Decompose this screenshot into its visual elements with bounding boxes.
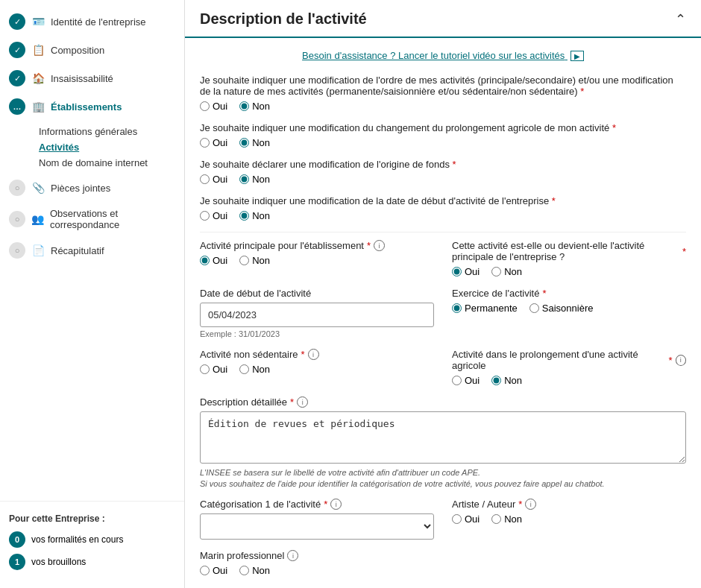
activite-principale-entreprise-oui[interactable]: Oui: [452, 266, 480, 277]
question-2-label: Je souhaite indiquer une modification du…: [200, 122, 686, 133]
marin-professionnel-section: Marin professionnel i Oui Non: [200, 550, 686, 576]
question-4-label: Je souhaite indiquer une modification de…: [200, 195, 686, 206]
exercice-saisonniere[interactable]: Saisonnière: [529, 303, 594, 314]
question-1: Je souhaite indiquer une modification de…: [200, 75, 686, 112]
marin-professionnel-info-icon[interactable]: i: [287, 550, 298, 561]
question-3-oui-radio[interactable]: [200, 174, 210, 184]
question-3-radio-group: Oui Non: [200, 174, 686, 185]
sidebar-sub-infos-generales[interactable]: Informations générales: [39, 124, 175, 139]
question-4-radio-group: Oui Non: [200, 210, 686, 221]
prolongement-agricole-info-icon[interactable]: i: [676, 355, 686, 366]
question-2-oui-radio[interactable]: [200, 138, 210, 148]
question-3-oui[interactable]: Oui: [200, 174, 227, 185]
sidebar-item-identite[interactable]: ✓ 🪪 Identité de l'entreprise: [0, 7, 184, 36]
question-4-oui[interactable]: Oui: [200, 210, 227, 221]
question-4-non[interactable]: Non: [239, 210, 270, 221]
help-link-text: Besoin d'assistance ? Lancer le tutoriel…: [302, 50, 565, 61]
question-3-non-radio[interactable]: [239, 174, 249, 184]
activite-non-sedentaire-oui[interactable]: Oui: [200, 364, 227, 375]
activite-principale-non[interactable]: Non: [239, 255, 270, 266]
prolongement-agricole-non-radio[interactable]: [491, 376, 501, 385]
question-4-oui-radio[interactable]: [200, 211, 210, 221]
activite-non-sedentaire-non[interactable]: Non: [239, 364, 270, 375]
question-2-non[interactable]: Non: [239, 137, 270, 148]
activite-principale-entreprise-non-radio[interactable]: [491, 267, 501, 276]
sidebar-item-pieces-jointes[interactable]: ○ 📎 Pièces jointes: [0, 174, 184, 202]
activite-principale-info-icon[interactable]: i: [374, 240, 385, 251]
marin-professionnel-non-radio[interactable]: [239, 566, 249, 575]
question-3-non[interactable]: Non: [239, 174, 270, 185]
description-textarea[interactable]: Édition de revues et périodiques: [200, 411, 686, 464]
description-info-icon[interactable]: i: [297, 396, 308, 408]
exercice-radio-group: Permanente Saisonnière: [452, 303, 686, 314]
marin-professionnel-non[interactable]: Non: [239, 565, 270, 576]
description-detaillee-label: Description détaillée * i: [200, 396, 686, 408]
etablissements-icon: 🏢: [31, 101, 45, 113]
divider-1: [200, 232, 686, 233]
sidebar-item-insaisissabilite[interactable]: ✓ 🏠 Insaisissabilité: [0, 64, 184, 92]
col-date-debut: Date de début de l'activité Exemple : 31…: [200, 288, 434, 338]
activite-principale-entreprise-non[interactable]: Non: [491, 266, 522, 277]
sidebar-nav: ✓ 🪪 Identité de l'entreprise ✓ 📋 Composi…: [0, 0, 184, 272]
question-2-non-radio[interactable]: [239, 138, 249, 148]
marin-professionnel-label: Marin professionnel i: [200, 550, 686, 561]
artiste-auteur-non[interactable]: Non: [491, 513, 522, 525]
categorisation-info-icon[interactable]: i: [330, 499, 342, 510]
activite-principale-non-radio[interactable]: [239, 256, 249, 265]
exercice-permanente-radio[interactable]: [452, 303, 462, 313]
artiste-auteur-non-radio[interactable]: [491, 514, 501, 524]
categorisation-select[interactable]: [200, 513, 434, 540]
sidebar-item-etablissements[interactable]: … 🏢 Établissements: [0, 92, 184, 121]
help-link-container: Besoin d'assistance ? Lancer le tutoriel…: [200, 50, 686, 61]
help-link[interactable]: Besoin d'assistance ? Lancer le tutoriel…: [302, 50, 584, 61]
question-1-non[interactable]: Non: [239, 101, 270, 112]
prolongement-agricole-oui-radio[interactable]: [452, 376, 462, 385]
prolongement-agricole-non[interactable]: Non: [491, 375, 522, 386]
main-content: Description de l'activité ⌃ Besoin d'ass…: [185, 0, 701, 588]
question-4: Je souhaite indiquer une modification de…: [200, 195, 686, 221]
prolongement-agricole-oui[interactable]: Oui: [452, 375, 480, 386]
sidebar-item-composition[interactable]: ✓ 📋 Composition: [0, 36, 184, 64]
date-debut-label: Date de début de l'activité: [200, 288, 434, 299]
activite-principale-oui-radio[interactable]: [200, 256, 210, 265]
insaisissabilite-icon: 🏠: [31, 72, 45, 84]
col-exercice: Exercice de l'activité * Permanente Sais…: [452, 288, 686, 338]
activite-non-sedentaire-non-radio[interactable]: [239, 364, 249, 374]
artiste-auteur-oui[interactable]: Oui: [452, 513, 480, 525]
question-1-oui[interactable]: Oui: [200, 101, 227, 112]
description-note2: Si vous souhaitez de l'aide pour identif…: [200, 479, 686, 488]
activite-principale-oui[interactable]: Oui: [200, 255, 227, 266]
activite-non-sedentaire-oui-radio[interactable]: [200, 364, 210, 374]
question-2: Je souhaite indiquer une modification du…: [200, 122, 686, 148]
marin-professionnel-oui-radio[interactable]: [200, 566, 210, 575]
artiste-auteur-oui-radio[interactable]: [452, 514, 462, 524]
sidebar-brouillons[interactable]: 1 vos brouillons: [9, 554, 175, 570]
question-1-oui-radio[interactable]: [200, 101, 210, 111]
date-debut-input[interactable]: [200, 303, 434, 327]
activite-principale-entreprise-oui-radio[interactable]: [452, 267, 462, 276]
sidebar-item-recapitulatif[interactable]: ○ 📄 Récapitulatif: [0, 236, 184, 265]
brouillons-badge: 1: [9, 554, 25, 570]
row-categorisation-artiste: Catégorisation 1 de l'activité * i Artis…: [200, 499, 686, 540]
sidebar-bottom: Pour cette Entreprise : 0 vos formalités…: [0, 501, 184, 588]
marin-professionnel-oui[interactable]: Oui: [200, 565, 227, 576]
artiste-auteur-info-icon[interactable]: i: [525, 499, 536, 510]
sidebar-label-observations: Observations et correspondance: [50, 208, 175, 230]
sidebar-sub-nom-domaine[interactable]: Nom de domaine internet: [39, 155, 175, 171]
recapitulatif-icon: 📄: [31, 244, 45, 256]
question-2-radio-group: Oui Non: [200, 137, 686, 148]
activite-principale-radio-group: Oui Non: [200, 255, 434, 266]
question-4-non-radio[interactable]: [239, 211, 249, 221]
activite-non-sedentaire-info-icon[interactable]: i: [308, 349, 319, 360]
collapse-button[interactable]: ⌃: [675, 11, 686, 28]
exercice-label: Exercice de l'activité *: [452, 288, 686, 299]
question-1-non-radio[interactable]: [239, 101, 249, 111]
sidebar-sub-activites[interactable]: Activités: [39, 139, 175, 155]
exercice-saisonniere-radio[interactable]: [529, 303, 539, 313]
prolongement-agricole-radio-group: Oui Non: [452, 375, 686, 386]
exercice-permanente[interactable]: Permanente: [452, 303, 518, 314]
sidebar-item-observations[interactable]: ○ 👥 Observations et correspondance: [0, 202, 184, 236]
sidebar-label-recapitulatif: Récapitulatif: [51, 245, 104, 256]
question-2-oui[interactable]: Oui: [200, 137, 227, 148]
sidebar-formalites[interactable]: 0 vos formalités en cours: [9, 531, 175, 548]
